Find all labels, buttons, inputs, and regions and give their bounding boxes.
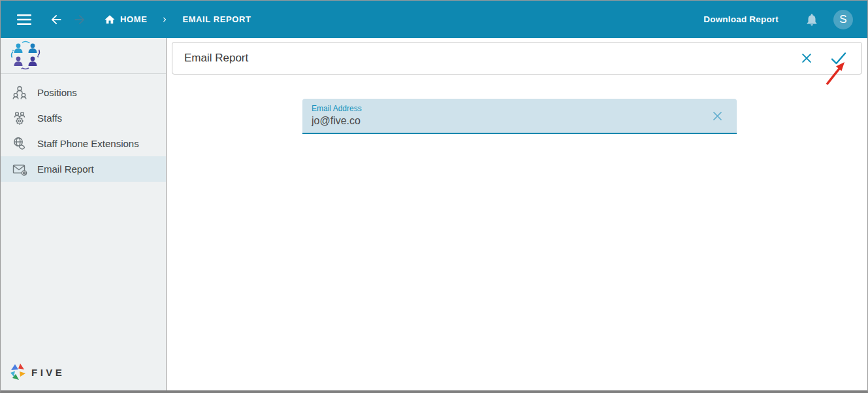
check-icon [830,51,847,65]
main-content: Email Report Email Address [167,38,867,390]
cancel-button[interactable] [800,52,813,65]
page-title: Email Report [184,52,248,65]
email-address-input[interactable] [312,115,708,127]
sidebar: Positions Staffs [1,38,167,390]
panel-actions [800,51,847,65]
email-report-icon [10,161,28,178]
clear-field-button[interactable] [711,110,724,122]
panel-header: Email Report [172,42,862,75]
sidebar-item-label: Staff Phone Extensions [37,138,139,149]
sidebar-item-staff-phone-extensions[interactable]: Staff Phone Extensions [1,131,166,156]
staffs-icon [10,110,28,127]
notifications-button[interactable] [805,12,819,27]
avatar-initial: S [839,13,846,26]
email-field-label: Email Address [312,104,708,113]
sidebar-item-label: Positions [37,87,77,98]
save-button[interactable] [830,51,847,65]
five-logo-text: FIVE [31,367,65,378]
app-body: Positions Staffs [1,38,867,390]
positions-icon [10,84,28,101]
topbar-right: Download Report S [703,10,853,29]
avatar[interactable]: S [833,10,853,29]
arrow-forward-icon [72,12,87,27]
sidebar-header [1,38,166,74]
breadcrumb-current: EMAIL REPORT [182,14,251,24]
five-logo-icon [9,363,27,382]
back-button[interactable] [49,12,63,27]
arrow-back-icon [49,12,63,27]
topbar: HOME EMAIL REPORT Download Report S [1,1,867,38]
close-icon [800,52,813,65]
sidebar-item-email-report[interactable]: Email Report [1,156,166,182]
menu-button[interactable] [17,14,31,25]
home-icon [104,14,116,26]
email-address-field: Email Address [302,99,737,134]
sidebar-item-staffs[interactable]: Staffs [1,105,166,131]
five-logo: FIVE [1,363,166,390]
sidebar-menu: Positions Staffs [1,74,166,182]
download-report-button[interactable]: Download Report [703,14,779,24]
app-window: HOME EMAIL REPORT Download Report S [0,0,868,393]
chevron-right-icon [160,15,169,24]
staff-group-icon [9,41,42,71]
breadcrumb-home[interactable]: HOME [120,14,147,24]
sidebar-item-label: Staffs [37,112,62,124]
phone-extensions-icon [10,135,28,152]
bell-icon [805,12,819,27]
breadcrumb: HOME EMAIL REPORT [104,14,251,26]
sidebar-item-positions[interactable]: Positions [1,80,166,105]
menu-icon [17,14,31,25]
forward-button[interactable] [72,12,87,27]
clear-icon [711,110,724,122]
sidebar-item-label: Email Report [37,163,94,175]
